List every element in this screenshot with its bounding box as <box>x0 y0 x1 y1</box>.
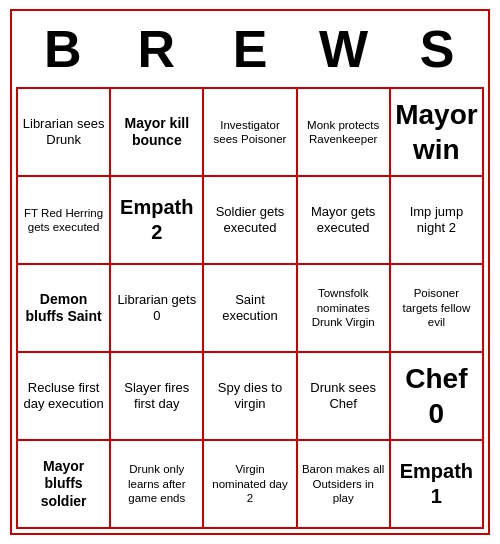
bingo-grid: Librarian sees DrunkMayor kill bounceInv… <box>16 87 484 529</box>
cell-text-6: Empath 2 <box>115 195 198 245</box>
bingo-cell-9: Imp jump night 2 <box>391 177 484 265</box>
cell-text-11: Librarian gets 0 <box>115 292 198 325</box>
cell-text-19: Chef 0 <box>395 361 478 431</box>
bingo-cell-10: Demon bluffs Saint <box>18 265 111 353</box>
cell-text-1: Mayor kill bounce <box>115 115 198 150</box>
header-letter-w: W <box>300 19 388 79</box>
bingo-cell-17: Spy dies to virgin <box>204 353 297 441</box>
bingo-cell-21: Drunk only learns after game ends <box>111 441 204 529</box>
bingo-cell-12: Saint execution <box>204 265 297 353</box>
cell-text-9: Imp jump night 2 <box>395 204 478 237</box>
bingo-header: BREWS <box>16 15 484 87</box>
cell-text-0: Librarian sees Drunk <box>22 116 105 149</box>
bingo-cell-24: Empath 1 <box>391 441 484 529</box>
cell-text-13: Townsfolk nominates Drunk Virgin <box>302 286 385 329</box>
cell-text-3: Monk protects Ravenkeeper <box>302 118 385 147</box>
bingo-cell-7: Soldier gets executed <box>204 177 297 265</box>
header-letter-e: E <box>206 19 294 79</box>
bingo-cell-19: Chef 0 <box>391 353 484 441</box>
bingo-cell-2: Investigator sees Poisoner <box>204 89 297 177</box>
cell-text-18: Drunk sees Chef <box>302 380 385 413</box>
cell-text-21: Drunk only learns after game ends <box>115 462 198 505</box>
bingo-cell-13: Townsfolk nominates Drunk Virgin <box>298 265 391 353</box>
bingo-cell-18: Drunk sees Chef <box>298 353 391 441</box>
bingo-card: BREWS Librarian sees DrunkMayor kill bou… <box>10 9 490 535</box>
bingo-cell-20: Mayor bluffs soldier <box>18 441 111 529</box>
header-letter-s: S <box>393 19 481 79</box>
cell-text-12: Saint execution <box>208 292 291 325</box>
cell-text-22: Virgin nominated day 2 <box>208 462 291 505</box>
cell-text-8: Mayor gets executed <box>302 204 385 237</box>
bingo-cell-22: Virgin nominated day 2 <box>204 441 297 529</box>
cell-text-23: Baron makes all Outsiders in play <box>302 462 385 505</box>
bingo-cell-0: Librarian sees Drunk <box>18 89 111 177</box>
cell-text-5: FT Red Herring gets executed <box>22 206 105 235</box>
cell-text-2: Investigator sees Poisoner <box>208 118 291 147</box>
cell-text-16: Slayer fires first day <box>115 380 198 413</box>
cell-text-14: Poisoner targets fellow evil <box>395 286 478 329</box>
bingo-cell-8: Mayor gets executed <box>298 177 391 265</box>
cell-text-7: Soldier gets executed <box>208 204 291 237</box>
cell-text-17: Spy dies to virgin <box>208 380 291 413</box>
header-letter-b: B <box>19 19 107 79</box>
bingo-cell-6: Empath 2 <box>111 177 204 265</box>
bingo-cell-16: Slayer fires first day <box>111 353 204 441</box>
bingo-cell-5: FT Red Herring gets executed <box>18 177 111 265</box>
bingo-cell-11: Librarian gets 0 <box>111 265 204 353</box>
bingo-cell-3: Monk protects Ravenkeeper <box>298 89 391 177</box>
bingo-cell-4: Mayor win <box>391 89 484 177</box>
bingo-cell-15: Recluse first day execution <box>18 353 111 441</box>
cell-text-4: Mayor win <box>395 97 478 167</box>
bingo-cell-23: Baron makes all Outsiders in play <box>298 441 391 529</box>
header-letter-r: R <box>112 19 200 79</box>
bingo-cell-1: Mayor kill bounce <box>111 89 204 177</box>
cell-text-15: Recluse first day execution <box>22 380 105 413</box>
cell-text-24: Empath 1 <box>395 459 478 509</box>
bingo-cell-14: Poisoner targets fellow evil <box>391 265 484 353</box>
cell-text-20: Mayor bluffs soldier <box>22 458 105 511</box>
cell-text-10: Demon bluffs Saint <box>22 291 105 326</box>
